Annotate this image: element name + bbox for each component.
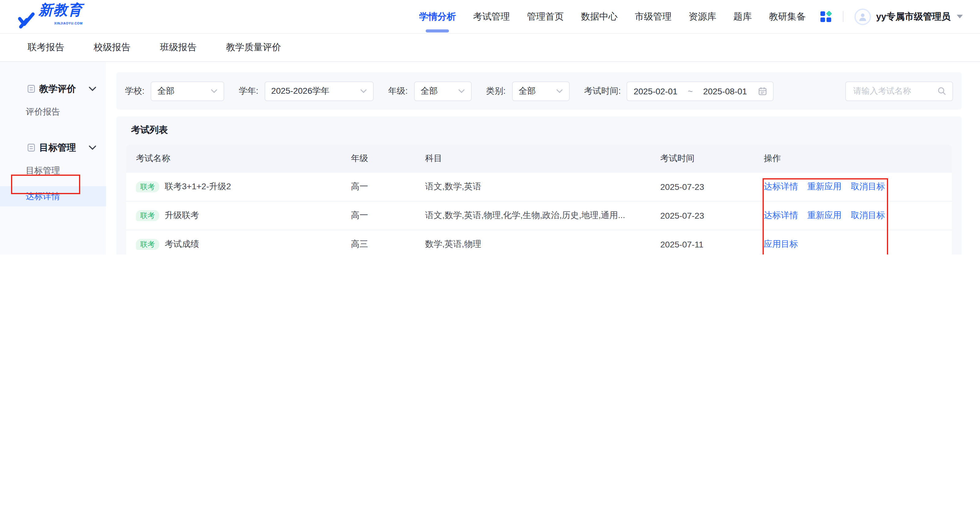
document-icon: [27, 143, 35, 152]
col-grade: 年级: [351, 153, 425, 164]
sidebar-group-label: 教学评价: [39, 83, 76, 95]
sidebar-group-教学评价: 教学评价评价报告: [0, 81, 106, 122]
tab-联考报告[interactable]: 联考报告: [27, 41, 64, 53]
exam-date-cell: 2025-07-23: [660, 211, 764, 221]
exam-name-cell: 联考考试成绩: [136, 239, 351, 250]
filter-school: 学校: 全部: [125, 81, 224, 101]
user-name: yy专属市级管理员: [876, 11, 951, 22]
nav-item-教研集备[interactable]: 教研集备: [769, 0, 806, 33]
chevron-down-icon: [89, 86, 96, 91]
col-actions: 操作: [764, 153, 952, 164]
sidebar-group-head-目标管理[interactable]: 目标管理: [0, 140, 106, 155]
category-select[interactable]: 全部: [512, 81, 569, 101]
logo-icon: [17, 11, 35, 29]
user-menu[interactable]: yy专属市级管理员: [855, 8, 963, 25]
report-tabs: 联考报告校级报告班级报告教学质量评价: [0, 34, 980, 62]
actions-cell: 达标详情重新应用取消目标: [764, 181, 952, 192]
sidebar-group-head-教学评价[interactable]: 教学评价: [0, 81, 106, 96]
tab-班级报告[interactable]: 班级报告: [160, 41, 197, 53]
search-input[interactable]: [852, 86, 937, 96]
col-subjects: 科目: [425, 153, 660, 164]
filter-year: 学年: 2025-2026学年: [239, 81, 374, 101]
date-start: 2025-02-01: [634, 86, 678, 96]
top-bar: 新教育 XINJIAOYU.COM 学情分析考试管理管理首页数据中心市级管理资源…: [0, 0, 980, 34]
nav-item-资源库[interactable]: 资源库: [689, 0, 716, 33]
table-row: 联考考试成绩高三数学,英语,物理2025-07-11应用目标: [126, 230, 952, 254]
action-link-达标详情[interactable]: 达标详情: [764, 181, 798, 192]
app-grid-icon[interactable]: [821, 11, 832, 22]
calendar-icon: [759, 87, 767, 95]
subjects-cell: 语文,数学,英语,物理,化学,生物,政治,历史,地理,通用...: [425, 210, 660, 221]
exam-type-tag: 联考: [136, 210, 159, 221]
tab-教学质量评价[interactable]: 教学质量评价: [226, 41, 281, 53]
chevron-down-icon: [211, 89, 218, 93]
page: 新教育 XINJIAOYU.COM 学情分析考试管理管理首页数据中心市级管理资源…: [0, 0, 980, 254]
filter-category: 类别: 全部: [486, 81, 569, 101]
subjects-cell: 数学,英语,物理: [425, 239, 660, 250]
top-bar-right: yy专属市级管理员: [821, 8, 963, 25]
vertical-divider: [843, 11, 844, 22]
action-link-重新应用[interactable]: 重新应用: [807, 181, 842, 192]
action-link-取消目标[interactable]: 取消目标: [851, 210, 885, 221]
year-label: 学年:: [239, 86, 258, 97]
nav-item-学情分析[interactable]: 学情分析: [419, 0, 456, 33]
grade-select[interactable]: 全部: [414, 81, 471, 101]
action-link-重新应用[interactable]: 重新应用: [807, 210, 842, 221]
sidebar-item-达标详情[interactable]: 达标详情: [0, 186, 106, 207]
nav-item-市级管理[interactable]: 市级管理: [635, 0, 671, 33]
subjects-cell: 语文,数学,英语: [425, 181, 660, 192]
year-select[interactable]: 2025-2026学年: [265, 81, 374, 101]
exam-list-card: 考试列表 考试名称 年级 科目 考试时间 操作 联考联考3+1+2-升级2高一语…: [116, 116, 962, 254]
action-link-应用目标[interactable]: 应用目标: [764, 239, 798, 250]
date-separator: ~: [688, 86, 693, 96]
sidebar-group-目标管理: 目标管理目标管理达标详情: [0, 140, 106, 207]
action-link-取消目标[interactable]: 取消目标: [851, 181, 885, 192]
sidebar-group-label: 目标管理: [39, 142, 76, 153]
exam-date-cell: 2025-07-23: [660, 182, 764, 192]
chevron-down-icon: [458, 89, 465, 93]
grade-cell: 高一: [351, 181, 425, 192]
top-nav: 学情分析考试管理管理首页数据中心市级管理资源库题库教研集备: [419, 0, 806, 33]
exam-date-cell: 2025-07-11: [660, 240, 764, 249]
school-select[interactable]: 全部: [151, 81, 224, 101]
table-header-row: 考试名称 年级 科目 考试时间 操作: [126, 145, 952, 173]
nav-item-考试管理[interactable]: 考试管理: [473, 0, 510, 33]
col-exam-time: 考试时间: [660, 153, 764, 164]
date-range-picker[interactable]: 2025-02-01 ~ 2025-08-01: [627, 81, 774, 101]
exam-name: 考试成绩: [165, 239, 199, 250]
main-content: 学校: 全部 学年: 2025-2026学年 年级: 全部: [106, 62, 980, 254]
table-row: 联考升级联考高一语文,数学,英语,物理,化学,生物,政治,历史,地理,通用...…: [126, 202, 952, 230]
chevron-down-icon: [360, 89, 367, 93]
table-body: 联考联考3+1+2-升级2高一语文,数学,英语2025-07-23达标详情重新应…: [126, 173, 952, 254]
nav-item-管理首页[interactable]: 管理首页: [527, 0, 564, 33]
nav-item-题库[interactable]: 题库: [733, 0, 752, 33]
actions-cell: 达标详情重新应用取消目标: [764, 210, 952, 221]
brand-logo[interactable]: 新教育 XINJIAOYU.COM: [17, 4, 83, 29]
chevron-down-icon: [89, 145, 96, 150]
action-link-达标详情[interactable]: 达标详情: [764, 210, 798, 221]
date-end: 2025-08-01: [703, 86, 747, 96]
exam-name: 联考3+1+2-升级2: [165, 181, 231, 192]
chevron-down-icon: [957, 15, 963, 18]
exam-name-cell: 联考联考3+1+2-升级2: [136, 181, 351, 192]
logo-text: 新教育 XINJIAOYU.COM: [38, 4, 83, 29]
search-icon[interactable]: [937, 86, 946, 95]
search-input-wrap: [845, 81, 953, 101]
tab-校级报告[interactable]: 校级报告: [94, 41, 130, 53]
category-label: 类别:: [486, 86, 506, 97]
grade-label: 年级:: [388, 86, 408, 97]
table-row: 联考联考3+1+2-升级2高一语文,数学,英语2025-07-23达标详情重新应…: [126, 173, 952, 202]
sidebar-item-评价报告[interactable]: 评价报告: [0, 102, 106, 122]
exam-type-tag: 联考: [136, 239, 159, 250]
document-icon: [27, 84, 35, 93]
filter-grade: 年级: 全部: [388, 81, 472, 101]
filter-bar: 学校: 全部 学年: 2025-2026学年 年级: 全部: [116, 72, 962, 110]
exam-type-tag: 联考: [136, 181, 159, 192]
actions-cell: 应用目标: [764, 239, 952, 250]
chevron-down-icon: [556, 89, 563, 93]
exam-list-title: 考试列表: [131, 124, 168, 136]
nav-item-数据中心[interactable]: 数据中心: [581, 0, 618, 33]
exam-time-label: 考试时间:: [584, 86, 621, 97]
grade-cell: 高三: [351, 239, 425, 250]
sidebar-item-目标管理[interactable]: 目标管理: [0, 161, 106, 181]
